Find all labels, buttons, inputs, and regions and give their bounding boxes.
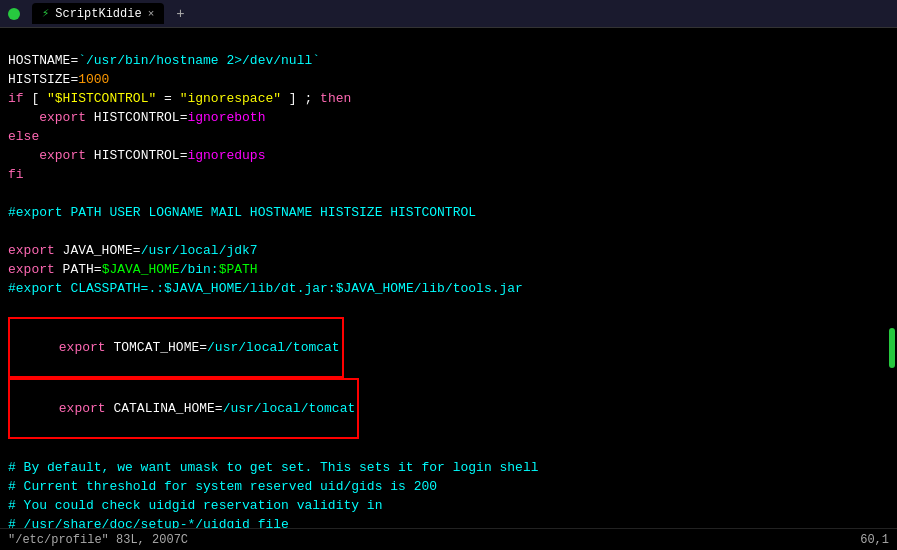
statusbar-file: "/etc/profile" 83L, 2007C xyxy=(8,533,188,547)
code-line: HOSTNAME=`/usr/bin/hostname 2>/dev/null` xyxy=(8,51,889,70)
tab-close-button[interactable]: × xyxy=(148,8,155,20)
statusbar-position: 60,1 xyxy=(860,533,889,547)
code-line xyxy=(8,184,889,203)
code-line xyxy=(8,439,889,458)
code-line: HISTSIZE=1000 xyxy=(8,70,889,89)
code-line: fi xyxy=(8,165,889,184)
code-line: export JAVA_HOME=/usr/local/jdk7 xyxy=(8,241,889,260)
code-line: # /usr/share/doc/setup-*/uidgid file xyxy=(8,515,889,528)
code-line: export PATH=$JAVA_HOME/bin:$PATH xyxy=(8,260,889,279)
code-line xyxy=(8,32,889,51)
code-line: # By default, we want umask to get set. … xyxy=(8,458,889,477)
code-line: #export CLASSPATH=.:$JAVA_HOME/lib/dt.ja… xyxy=(8,279,889,298)
new-tab-button[interactable]: + xyxy=(170,4,190,24)
editor-area: HOSTNAME=`/usr/bin/hostname 2>/dev/null`… xyxy=(0,28,897,528)
code-line: else xyxy=(8,127,889,146)
code-line: # Current threshold for system reserved … xyxy=(8,477,889,496)
active-tab[interactable]: ⚡ ScriptKiddie × xyxy=(32,3,164,24)
tl-green[interactable] xyxy=(8,8,20,20)
code-line xyxy=(8,298,889,317)
highlight-region: export TOMCAT_HOME=/usr/local/tomcat xyxy=(8,317,344,378)
code-line: # You could check uidgid reservation val… xyxy=(8,496,889,515)
titlebar: ⚡ ScriptKiddie × + xyxy=(0,0,897,28)
traffic-lights xyxy=(8,8,20,20)
code-line: export TOMCAT_HOME=/usr/local/tomcat xyxy=(8,317,889,378)
tab-label: ScriptKiddie xyxy=(55,7,141,21)
scrollbar[interactable] xyxy=(889,328,895,368)
statusbar: "/etc/profile" 83L, 2007C 60,1 xyxy=(0,528,897,550)
code-line xyxy=(8,222,889,241)
code-line: if [ "$HISTCONTROL" = "ignorespace" ] ; … xyxy=(8,89,889,108)
code-line: export CATALINA_HOME=/usr/local/tomcat xyxy=(8,378,889,439)
code-line: export HISTCONTROL=ignoredups xyxy=(8,146,889,165)
highlight-region-2: export CATALINA_HOME=/usr/local/tomcat xyxy=(8,378,359,439)
code-line: export HISTCONTROL=ignoreboth xyxy=(8,108,889,127)
code-line: #export PATH USER LOGNAME MAIL HOSTNAME … xyxy=(8,203,889,222)
tab-icon: ⚡ xyxy=(42,6,49,21)
